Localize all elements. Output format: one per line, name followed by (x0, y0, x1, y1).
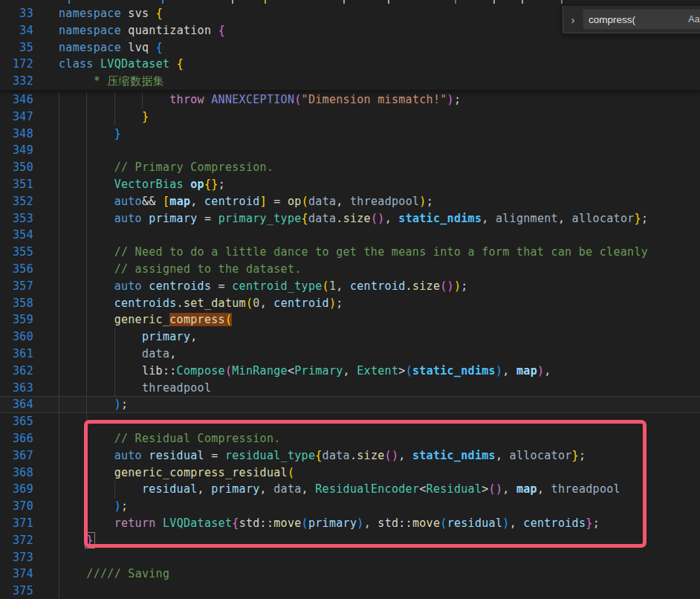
code-line[interactable]: 361data, (0, 346, 700, 363)
find-match-highlight: ( (225, 313, 232, 326)
find-widget[interactable]: › compress( Aa ab (563, 6, 700, 33)
find-query-text[interactable]: compress( (583, 14, 686, 25)
code-text: class LVQDataset { (59, 56, 184, 73)
code-text: generic_compress( (114, 311, 233, 328)
code-line[interactable]: 374///// Saving (0, 566, 700, 583)
line-number[interactable]: 355 (0, 244, 33, 261)
code-text: auto primary = primary_type{data.size(),… (114, 210, 649, 227)
code-line[interactable]: 357auto centroids = centroid_type(1, cen… (0, 278, 700, 295)
code-line[interactable]: 373 (0, 549, 700, 566)
line-number[interactable]: 364 (0, 396, 33, 413)
line-number[interactable]: 373 (0, 549, 33, 566)
code-editor[interactable]: 33namespace svs {34namespace quantizatio… (0, 0, 700, 599)
code-line[interactable]: 348} (0, 126, 700, 143)
indent-guide (142, 91, 143, 109)
code-line[interactable]: 346throw ANNEXCEPTION("Dimension mismatc… (0, 91, 700, 109)
line-number[interactable]: 370 (0, 498, 33, 515)
line-number[interactable]: 332 (0, 73, 33, 90)
code-text: } (142, 109, 149, 126)
indent-guide (86, 142, 87, 159)
line-number[interactable]: 374 (0, 566, 33, 583)
indent-guide (59, 109, 59, 126)
code-line[interactable]: 365 (0, 413, 700, 430)
code-text: centroids.set_datum(0, centroid); (114, 295, 343, 312)
line-number[interactable]: 357 (0, 278, 33, 295)
line-number[interactable]: 349 (0, 142, 33, 159)
find-match-highlight: compress (169, 313, 225, 326)
line-number[interactable]: 362 (0, 363, 33, 380)
line-number[interactable]: 35 (0, 39, 33, 56)
code-text: namespace quantization { (59, 22, 225, 39)
indent-guide (59, 447, 59, 464)
line-number[interactable]: 367 (0, 447, 33, 464)
code-line[interactable]: 353auto primary = primary_type{data.size… (0, 210, 700, 227)
line-number[interactable]: 172 (0, 56, 33, 73)
line-number[interactable]: 354 (0, 227, 33, 244)
line-number[interactable]: 368 (0, 464, 33, 482)
code-line[interactable]: 370); (0, 498, 700, 515)
code-line[interactable]: 35namespace lvq { (0, 39, 700, 56)
line-number[interactable]: 365 (0, 413, 33, 430)
code-line[interactable]: 360primary, (0, 328, 700, 346)
line-number[interactable]: 372 (0, 532, 33, 549)
find-input[interactable]: compress( Aa ab (583, 9, 700, 30)
match-case-icon[interactable]: Aa (686, 14, 700, 25)
indent-guide (86, 311, 87, 328)
code-text: lib::Compose(MinRange<Primary, Extent>(s… (142, 363, 551, 380)
indent-guide (86, 447, 87, 464)
code-line[interactable]: 332* 压缩数据集 (0, 73, 700, 90)
code-line[interactable]: 355// Need to do a little dance to get t… (0, 244, 700, 261)
line-number[interactable]: 363 (0, 380, 33, 397)
toggle-replace-chevron-icon[interactable]: › (563, 6, 583, 33)
code-line[interactable]: 356// assigned to the dataset. (0, 261, 700, 278)
line-number[interactable]: 369 (0, 481, 33, 498)
line-number[interactable]: 356 (0, 261, 33, 278)
code-line[interactable]: 359generic_compress( (0, 311, 700, 328)
line-number[interactable]: 347 (0, 109, 33, 126)
code-text: data, (142, 346, 177, 363)
line-number[interactable]: 34 (0, 22, 33, 39)
line-number[interactable]: 33 (0, 5, 33, 22)
line-number[interactable]: 358 (0, 295, 33, 312)
line-number[interactable]: 371 (0, 515, 33, 532)
indent-guide (59, 380, 59, 397)
code-line[interactable]: 351VectorBias op{}; (0, 176, 700, 193)
code-line[interactable]: 349 (0, 142, 700, 159)
line-number[interactable]: 361 (0, 346, 33, 363)
code-line[interactable]: 368generic_compress_residual( (0, 464, 700, 482)
indent-guide (59, 413, 59, 430)
line-number[interactable]: 351 (0, 176, 33, 193)
code-text: generic_compress_residual( (114, 464, 295, 482)
code-line[interactable]: 358centroids.set_datum(0, centroid); (0, 295, 700, 312)
line-number[interactable]: 348 (0, 126, 33, 143)
indent-guide (86, 109, 87, 126)
line-number[interactable]: 346 (0, 91, 33, 109)
code-line[interactable]: 363threadpool (0, 380, 700, 397)
code-line[interactable]: 352auto&& [map, centroid] = op(data, thr… (0, 193, 700, 210)
code-line[interactable]: 372} (0, 532, 700, 549)
indent-guide (59, 346, 59, 363)
code-area[interactable]: 346throw ANNEXCEPTION("Dimension mismatc… (0, 91, 700, 599)
indent-guide (59, 176, 59, 193)
line-number[interactable]: 366 (0, 430, 33, 447)
indent-guide (59, 159, 59, 176)
code-line[interactable]: 375 (0, 583, 700, 599)
code-line[interactable]: 172class LVQDataset { (0, 56, 700, 73)
code-line[interactable]: 366// Residual Compression. (0, 430, 700, 447)
line-number[interactable]: 375 (0, 583, 33, 599)
line-number[interactable]: 353 (0, 210, 33, 227)
code-line[interactable]: 354 (0, 227, 700, 244)
code-line[interactable]: 350// Primary Compression. (0, 159, 700, 176)
code-line[interactable]: 367auto residual = residual_type{data.si… (0, 447, 700, 464)
code-text: ); (114, 396, 129, 413)
line-number[interactable]: 360 (0, 328, 33, 346)
code-line[interactable]: 369residual, primary, data, ResidualEnco… (0, 481, 700, 498)
line-number[interactable]: 350 (0, 159, 33, 176)
code-line[interactable]: 362lib::Compose(MinRange<Primary, Extent… (0, 363, 700, 380)
line-number[interactable]: 359 (0, 311, 33, 328)
code-line[interactable]: 347} (0, 109, 700, 126)
indent-guide (59, 210, 59, 227)
code-line[interactable]: 364); (0, 396, 700, 413)
code-line[interactable]: 371return LVQDataset{std::move(primary),… (0, 515, 700, 532)
line-number[interactable]: 352 (0, 193, 33, 210)
